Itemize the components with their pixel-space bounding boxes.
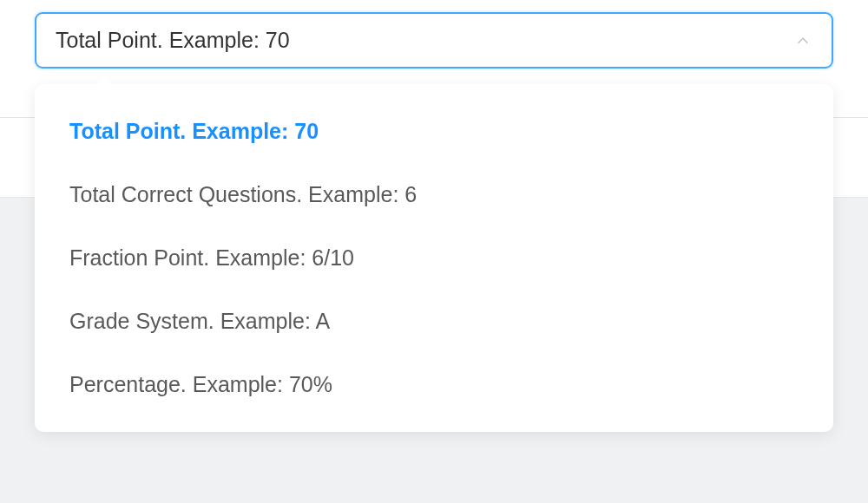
chevron-up-icon (793, 31, 812, 50)
dropdown-option-fraction-point[interactable]: Fraction Point. Example: 6/10 (35, 226, 833, 290)
dropdown-option-grade-system[interactable]: Grade System. Example: A (35, 290, 833, 353)
select-input[interactable]: Total Point. Example: 70 (35, 12, 833, 69)
dropdown-option-percentage[interactable]: Percentage. Example: 70% (35, 353, 833, 416)
dropdown-option-total-correct[interactable]: Total Correct Questions. Example: 6 (35, 163, 833, 226)
dropdown-option-total-point[interactable]: Total Point. Example: 70 (35, 100, 833, 163)
select-value: Total Point. Example: 70 (56, 28, 793, 53)
dropdown-menu: Total Point. Example: 70 Total Correct Q… (35, 84, 833, 432)
